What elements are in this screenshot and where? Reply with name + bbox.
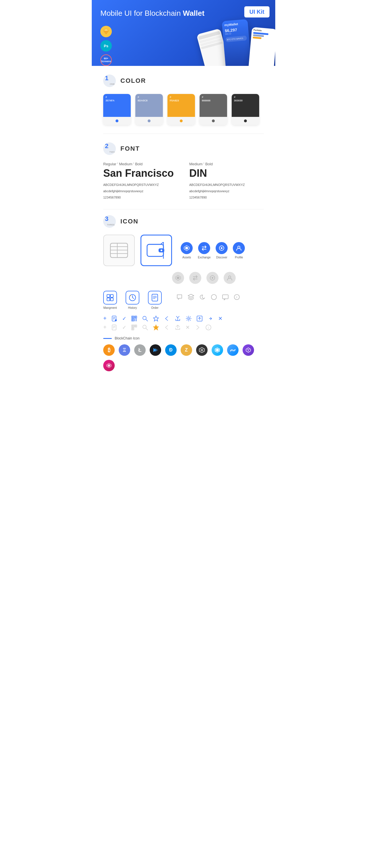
- svg-marker-52: [153, 325, 159, 330]
- svg-rect-18: [107, 294, 110, 297]
- exchange-icon-gray: [189, 272, 201, 284]
- layers-icon: [188, 293, 194, 301]
- order-icon-group: Order: [148, 291, 162, 309]
- icon-section-num: 3 THREE: [103, 215, 116, 228]
- color-card-dark: # 303030: [232, 94, 259, 125]
- crypto-icons-row: ₿ Ξ Ł Đ Z: [103, 344, 264, 371]
- discover-icon-gray: [206, 272, 219, 284]
- management-label: Mangment: [103, 306, 117, 309]
- hero-badges: Ps 60+Screens: [101, 26, 112, 66]
- plus-icon: +: [103, 315, 107, 322]
- svg-rect-39: [136, 320, 137, 321]
- zcash-icon: Z: [181, 344, 192, 356]
- hero-section: Mobile UI for Blockchain Wallet UI Kit P…: [92, 0, 275, 66]
- color-card-blue: # 3574FA: [103, 94, 131, 125]
- svg-text:i: i: [208, 326, 208, 329]
- color-section: 1 ONE COLOR # 3574FA # 8DA0C8 # F5A823 #…: [92, 66, 275, 133]
- color-card-gray-blue: # 8DA0C8: [135, 94, 163, 125]
- app-icons-row: Mangment History: [103, 291, 264, 309]
- fantom-icon: [103, 360, 115, 371]
- tool-icons-row-1: + ✓ ✕: [103, 315, 264, 322]
- history-icon: [125, 291, 139, 305]
- grid-icon: [196, 344, 207, 356]
- forward-icon-gray: [194, 324, 201, 331]
- svg-marker-56: [200, 349, 203, 351]
- tab-assets: Assets: [181, 242, 193, 259]
- qr-icon-gray: [131, 324, 137, 331]
- ltc-icon: Ł: [134, 344, 146, 356]
- svg-marker-41: [153, 316, 159, 321]
- discover-label: Discover: [216, 256, 227, 259]
- back-icon-gray: [164, 324, 170, 331]
- svg-rect-21: [110, 298, 113, 301]
- svg-rect-48: [135, 326, 136, 327]
- btc-icon: ₿: [103, 344, 115, 356]
- back-icon: [164, 315, 170, 322]
- font-col-san-francisco: Regular ' Medium ' Bold San Francisco AB…: [103, 162, 178, 200]
- icon-section: 3 THREE ICON: [92, 209, 275, 380]
- svg-text:i: i: [236, 296, 237, 299]
- color-section-header: 1 ONE COLOR: [103, 74, 264, 87]
- svg-marker-9: [185, 247, 188, 249]
- management-icon: [103, 291, 117, 305]
- expand-icon: [207, 315, 214, 322]
- svg-rect-50: [132, 328, 133, 330]
- chat-box-icon: [222, 293, 229, 301]
- svg-rect-25: [223, 295, 228, 299]
- wallet-filled-icon: [140, 235, 172, 266]
- matic-icon: [243, 344, 254, 356]
- tool-icons-row-2: + ✓ ✕ i: [103, 324, 264, 331]
- sketch-badge: [101, 26, 112, 37]
- svg-point-16: [211, 277, 213, 279]
- assets-icon: [181, 242, 193, 254]
- svg-point-42: [188, 318, 190, 319]
- color-card-orange: # F5A823: [167, 94, 195, 125]
- svg-rect-35: [132, 319, 133, 320]
- tab-icons-gray-row: [172, 272, 264, 284]
- ui-kit-badge: UI Kit: [244, 6, 270, 18]
- icon-wallet-row: Assets Exchange: [103, 235, 264, 266]
- blockchain-label-row: BlockChain Icon: [103, 336, 264, 340]
- tab-exchange: Exchange: [198, 242, 210, 259]
- svg-rect-19: [110, 294, 113, 297]
- btcp-icon: [150, 344, 161, 356]
- upload-icon: [196, 315, 203, 322]
- svg-rect-38: [135, 320, 135, 321]
- svg-rect-36: [135, 319, 135, 320]
- bc-text: BlockChain Icon: [115, 336, 140, 340]
- color-card-mid-gray: # 666666: [200, 94, 227, 125]
- star-icon: [153, 315, 159, 322]
- search-icon-gray: [142, 324, 148, 331]
- plus-icon-gray: +: [103, 324, 107, 331]
- svg-point-51: [143, 325, 146, 329]
- phone-center: myWallet $6,297 502.12 BTC ETH WAVES: [222, 19, 252, 66]
- color-section-num: 1 ONE: [103, 74, 116, 87]
- svg-marker-14: [177, 276, 179, 279]
- svg-point-57: [108, 364, 110, 367]
- eth-icon: Ξ: [119, 344, 130, 356]
- ps-badge: Ps: [101, 40, 112, 52]
- history-icon-group: History: [125, 291, 139, 309]
- order-label: Order: [151, 306, 159, 309]
- share-icon: [175, 315, 181, 322]
- svg-point-11: [221, 247, 223, 249]
- font-row: Regular ' Medium ' Bold San Francisco AB…: [103, 162, 264, 200]
- profile-label: Profile: [235, 256, 243, 259]
- color-row: # 3574FA # 8DA0C8 # F5A823 # 666666 # 30…: [103, 94, 264, 125]
- wallet-grid-icon: [103, 235, 135, 266]
- svg-point-7: [161, 249, 162, 251]
- misc-icons-row: i: [176, 293, 240, 301]
- icon-section-title: ICON: [120, 218, 139, 225]
- svg-rect-23: [152, 294, 158, 301]
- tab-discover: Discover: [216, 242, 228, 259]
- dash-icon: Đ: [165, 344, 177, 356]
- tab-profile: Profile: [233, 242, 245, 259]
- order-icon: [148, 291, 162, 305]
- doc-edit-icon: [111, 315, 117, 322]
- info-icon-gray: i: [205, 324, 211, 331]
- assets-icon-gray: [172, 272, 184, 284]
- screens-badge: 60+Screens: [101, 55, 112, 66]
- speech-bubble-icon: [176, 293, 183, 301]
- exchange-label: Exchange: [198, 256, 210, 259]
- history-label: History: [128, 306, 137, 309]
